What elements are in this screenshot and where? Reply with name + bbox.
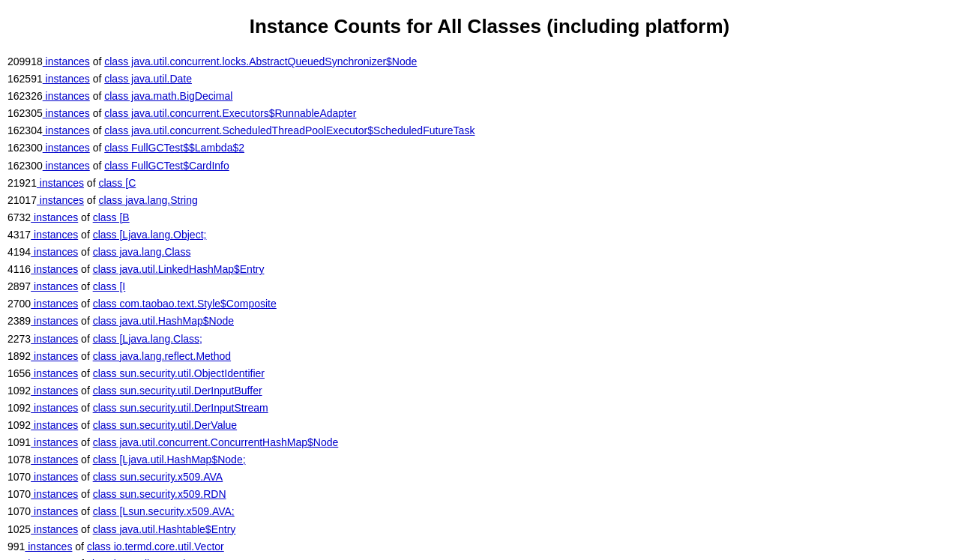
instance-count: 1070 [7, 471, 31, 483]
class-link[interactable]: class sun.security.util.ObjectIdentifier [93, 367, 265, 379]
of-label: of [78, 402, 92, 414]
instance-count: 2389 [7, 315, 31, 327]
instance-count: 2273 [7, 333, 31, 345]
instances-link[interactable]: instances [31, 523, 78, 535]
class-link[interactable]: class java.util.concurrent.ConcurrentHas… [93, 436, 339, 448]
instance-count: 1070 [7, 505, 31, 517]
class-link[interactable]: class java.util.Date [104, 73, 192, 85]
list-item: 162300 instances of class FullGCTest$$La… [7, 139, 972, 157]
instances-link[interactable]: instances [31, 263, 78, 275]
instances-link[interactable]: instances [25, 541, 72, 553]
instances-link[interactable]: instances [43, 107, 90, 119]
list-item: 21921 instances of class [C [7, 175, 972, 192]
class-link[interactable]: class io.termd.core.util.Vector [87, 541, 224, 553]
of-label: of [84, 194, 98, 206]
class-link[interactable]: class [Ljava.lang.Class; [93, 333, 202, 345]
instance-count: 162300 [7, 160, 43, 172]
instances-link[interactable]: instances [43, 73, 90, 85]
list-item: 6732 instances of class [B [7, 209, 972, 226]
list-item: 209918 instances of class java.util.conc… [7, 53, 972, 70]
list-item: 1070 instances of class sun.security.x50… [7, 469, 972, 486]
instance-count: 1656 [7, 367, 31, 379]
instance-count: 1092 [7, 419, 31, 431]
instances-link[interactable]: instances [37, 194, 84, 206]
instance-count: 991 [7, 541, 25, 553]
class-link[interactable]: class java.util.concurrent.locks.Abstrac… [104, 55, 417, 67]
class-link[interactable]: class FullGCTest$CardInfo [104, 160, 229, 172]
class-link[interactable]: class [B [93, 211, 130, 223]
class-link[interactable]: class [C [98, 177, 136, 189]
of-label: of [78, 385, 92, 397]
instances-link[interactable]: instances [31, 471, 78, 483]
of-label: of [78, 523, 92, 535]
of-label: of [90, 107, 104, 119]
list-item: 1092 instances of class sun.security.uti… [7, 417, 972, 434]
instances-link[interactable]: instances [31, 385, 78, 397]
of-label: of [78, 298, 92, 310]
instances-link[interactable]: instances [43, 90, 90, 102]
class-link[interactable]: class [I [93, 280, 126, 292]
instances-link[interactable]: instances [43, 124, 90, 136]
instance-count: 2897 [7, 280, 31, 292]
instance-count: 21921 [7, 177, 37, 189]
instances-link[interactable]: instances [31, 419, 78, 431]
list-item: 2700 instances of class com.taobao.text.… [7, 295, 972, 313]
of-label: of [90, 90, 104, 102]
of-label: of [78, 229, 92, 241]
class-link[interactable]: class java.lang.String [98, 194, 197, 206]
instances-link[interactable]: instances [31, 211, 78, 223]
instances-link[interactable]: instances [31, 505, 78, 517]
class-link[interactable]: class java.lang.reflect.Method [93, 350, 231, 362]
of-label: of [78, 211, 92, 223]
instances-link[interactable]: instances [31, 454, 78, 466]
instances-link[interactable]: instances [43, 160, 90, 172]
list-item: 162300 instances of class FullGCTest$Car… [7, 157, 972, 175]
instances-link[interactable]: instances [31, 333, 78, 345]
instance-count: 1092 [7, 402, 31, 414]
class-link[interactable]: class sun.security.util.DerValue [93, 419, 237, 431]
instances-link[interactable]: instances [31, 488, 78, 500]
instances-link[interactable]: instances [31, 350, 78, 362]
list-item: 1070 instances of class [Lsun.security.x… [7, 503, 972, 520]
of-label: of [78, 436, 92, 448]
list-item: 4317 instances of class [Ljava.lang.Obje… [7, 226, 972, 244]
list-item: 1656 instances of class sun.security.uti… [7, 365, 972, 382]
class-link[interactable]: class [Ljava.lang.Object; [93, 229, 207, 241]
class-link[interactable]: class com.taobao.text.Style$Composite [93, 298, 277, 310]
class-link[interactable]: class [Lsun.security.x509.AVA; [93, 505, 235, 517]
class-link[interactable]: class sun.security.x509.RDN [93, 488, 226, 500]
instances-link[interactable]: instances [31, 436, 78, 448]
instances-link[interactable]: instances [43, 55, 90, 67]
instances-link[interactable]: instances [37, 177, 84, 189]
class-link[interactable]: class [Ljava.util.HashMap$Node; [93, 454, 246, 466]
instances-link[interactable]: instances [31, 315, 78, 327]
class-link[interactable]: class java.math.BigDecimal [104, 90, 232, 102]
list-item: 987 instances of class java.util.ArrayLi… [7, 556, 972, 560]
instances-link[interactable]: instances [43, 142, 90, 154]
instances-link[interactable]: instances [31, 246, 78, 258]
instance-count: 1025 [7, 523, 31, 535]
class-link[interactable]: class java.lang.Class [93, 246, 191, 258]
instances-link[interactable]: instances [31, 229, 78, 241]
class-link[interactable]: class java.util.Hashtable$Entry [93, 523, 236, 535]
class-link[interactable]: class java.util.LinkedHashMap$Entry [93, 263, 265, 275]
list-item: 1091 instances of class java.util.concur… [7, 434, 972, 451]
class-link[interactable]: class sun.security.x509.AVA [93, 471, 223, 483]
of-label: of [78, 367, 92, 379]
of-label: of [78, 263, 92, 275]
class-link[interactable]: class java.util.concurrent.Executors$Run… [104, 107, 356, 119]
instance-count: 6732 [7, 211, 31, 223]
list-item: 21017 instances of class java.lang.Strin… [7, 192, 972, 209]
instances-link[interactable]: instances [31, 367, 78, 379]
class-link[interactable]: class sun.security.util.DerInputStream [93, 402, 268, 414]
class-link[interactable]: class sun.security.util.DerInputBuffer [93, 385, 262, 397]
instances-link[interactable]: instances [31, 402, 78, 414]
class-link[interactable]: class java.util.concurrent.ScheduledThre… [104, 124, 475, 136]
instances-link[interactable]: instances [31, 280, 78, 292]
instance-count: 162305 [7, 107, 43, 119]
class-link[interactable]: class java.util.HashMap$Node [93, 315, 234, 327]
list-item: 162326 instances of class java.math.BigD… [7, 88, 972, 105]
of-label: of [78, 454, 92, 466]
class-link[interactable]: class FullGCTest$$Lambda$2 [104, 142, 244, 154]
instances-link[interactable]: instances [31, 298, 78, 310]
